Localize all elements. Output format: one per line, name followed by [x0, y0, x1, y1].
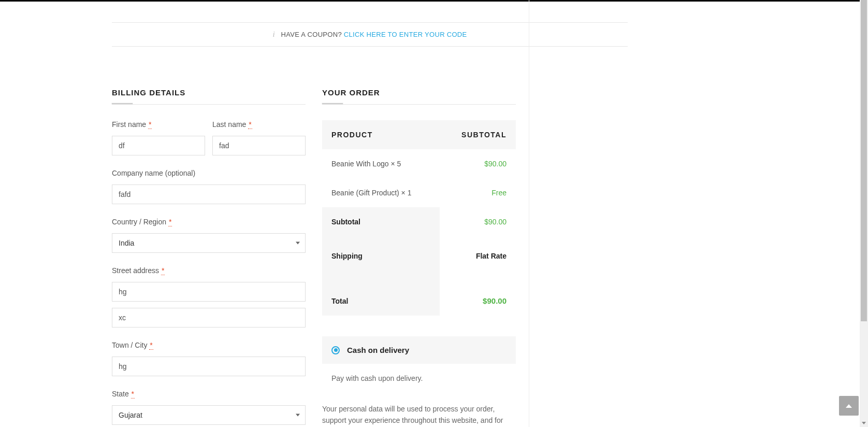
- scroll-to-top-button[interactable]: [839, 396, 859, 416]
- city-label: Town / City *: [112, 341, 306, 349]
- street-label: Street address *: [112, 266, 306, 275]
- content-divider: [529, 0, 529, 427]
- required-mark: *: [161, 266, 165, 275]
- street-address-2-input[interactable]: [112, 308, 306, 328]
- order-title: YOUR ORDER: [322, 88, 516, 104]
- shipping-label: Shipping: [322, 236, 440, 286]
- first-name-label-text: First name: [112, 120, 148, 129]
- state-select[interactable]: Gujarat: [112, 405, 306, 425]
- last-name-label-text: Last name: [212, 120, 248, 129]
- chevron-up-icon: [846, 404, 852, 408]
- country-label-text: Country / Region: [112, 218, 168, 226]
- billing-column: BILLING DETAILS First name * Last name *: [112, 88, 306, 425]
- subtotal-label: Subtotal: [322, 207, 440, 236]
- coupon-toggle-link[interactable]: CLICK HERE TO ENTER YOUR CODE: [344, 31, 467, 38]
- total-row: Total $90.00: [322, 286, 516, 316]
- street-label-text: Street address: [112, 266, 161, 275]
- payment-method-label: Cash on delivery: [347, 346, 409, 354]
- chevron-down-icon: [296, 242, 300, 245]
- first-name-label: First name *: [112, 120, 205, 129]
- payment-description: Pay with cash upon delivery.: [322, 364, 516, 393]
- product-header: PRODUCT: [322, 120, 440, 149]
- last-name-label: Last name *: [212, 120, 306, 129]
- order-item-amount: Free: [440, 178, 516, 207]
- state-label: State *: [112, 390, 306, 398]
- street-address-1-input[interactable]: [112, 282, 306, 302]
- required-mark: *: [248, 120, 252, 129]
- required-mark: *: [131, 390, 135, 398]
- subtotal-header: SUBTOTAL: [440, 120, 516, 149]
- coupon-question-text: HAVE A COUPON?: [281, 31, 344, 38]
- chevron-down-icon: [296, 414, 300, 417]
- company-label: Company name (optional): [112, 169, 306, 177]
- privacy-text: Your personal data will be used to proce…: [322, 403, 516, 427]
- total-label: Total: [322, 286, 440, 316]
- country-label: Country / Region *: [112, 218, 306, 226]
- required-mark: *: [149, 341, 153, 350]
- scrollbar-thumb[interactable]: [861, 0, 867, 321]
- payment-box: Cash on delivery Pay with cash upon deli…: [322, 336, 516, 427]
- required-mark: *: [168, 218, 172, 226]
- company-input[interactable]: [112, 184, 306, 204]
- info-icon: i: [272, 30, 274, 39]
- shipping-row: Shipping Flat Rate: [322, 236, 516, 286]
- scrollbar-down-button[interactable]: [860, 419, 868, 427]
- radio-selected-icon: [331, 346, 340, 354]
- payment-method-cod[interactable]: Cash on delivery: [322, 336, 516, 364]
- order-item-name: Beanie (Gift Product) × 1: [322, 178, 440, 207]
- coupon-notice: i HAVE A COUPON? CLICK HERE TO ENTER YOU…: [112, 22, 628, 47]
- total-amount: $90.00: [440, 286, 516, 316]
- city-label-text: Town / City: [112, 341, 149, 349]
- shipping-method: Flat Rate: [440, 236, 516, 286]
- subtotal-row: Subtotal $90.00: [322, 207, 516, 236]
- subtotal-amount: $90.00: [440, 207, 516, 236]
- city-input[interactable]: [112, 357, 306, 376]
- order-item-row: Beanie (Gift Product) × 1 Free: [322, 178, 516, 207]
- order-item-amount: $90.00: [440, 149, 516, 178]
- order-column: YOUR ORDER PRODUCT SUBTOTAL Beanie With …: [322, 88, 516, 427]
- scrollbar[interactable]: [860, 0, 868, 427]
- order-summary-table: PRODUCT SUBTOTAL Beanie With Logo × 5 $9…: [322, 120, 516, 316]
- billing-title: BILLING DETAILS: [112, 88, 306, 104]
- state-label-text: State: [112, 390, 131, 398]
- last-name-input[interactable]: [212, 136, 306, 155]
- arrow-down-icon: [862, 422, 866, 424]
- first-name-input[interactable]: [112, 136, 205, 155]
- state-selected-value: Gujarat: [119, 411, 142, 419]
- country-select[interactable]: India: [112, 233, 306, 253]
- order-item-row: Beanie With Logo × 5 $90.00: [322, 149, 516, 178]
- required-mark: *: [148, 120, 152, 129]
- country-selected-value: India: [119, 239, 134, 247]
- order-item-name: Beanie With Logo × 5: [322, 149, 440, 178]
